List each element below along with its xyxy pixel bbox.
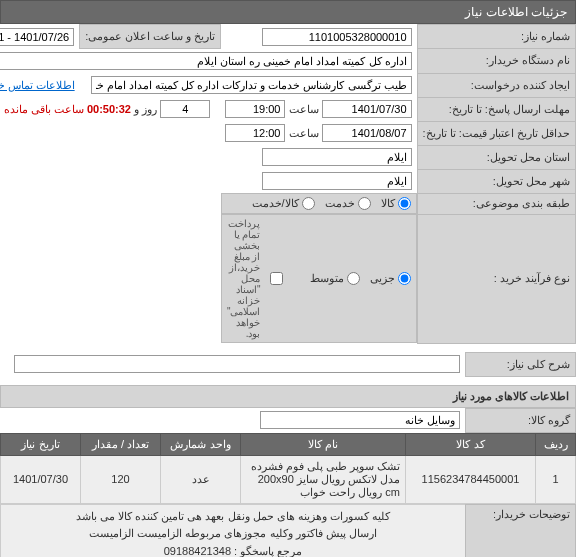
cat-both-label: کالا/خدمت [252, 197, 299, 210]
cat-service-radio[interactable] [358, 197, 371, 210]
details-form: شماره نیاز: تاریخ و ساعت اعلان عمومی: نا… [0, 24, 576, 344]
cat-both-radio[interactable] [302, 197, 315, 210]
payment-note: پرداخت تمام یا بخشی از مبلغ خرید،از محل … [227, 218, 261, 339]
col-code: کد کالا [406, 433, 536, 455]
page-title: جزئیات اطلاعات نیاز [465, 5, 567, 19]
proc-medium-label: متوسط [310, 272, 344, 285]
requester-label: ایجاد کننده درخواست: [417, 73, 575, 97]
contact-link[interactable]: اطلاعات تماس خریدار [0, 79, 75, 91]
city-input[interactable] [262, 172, 412, 190]
days-label: روز و [134, 103, 157, 115]
countdown-timer: 00:50:32 [87, 103, 131, 115]
cat-goods-radio[interactable] [398, 197, 411, 210]
proc-medium-radio[interactable] [347, 272, 360, 285]
cell-date: 1401/07/30 [1, 455, 81, 503]
col-name: نام کالا [241, 433, 406, 455]
deadline-label: مهلت ارسال پاسخ: تا تاریخ: [417, 97, 575, 121]
cat-goods-label: کالا [381, 197, 395, 210]
announce-label: تاریخ و ساعت اعلان عمومی: [80, 25, 221, 49]
cat-service-label: خدمت [325, 197, 355, 210]
announce-input[interactable] [0, 28, 74, 46]
goods-table: ردیف کد کالا نام کالا واحد شمارش تعداد /… [0, 433, 576, 504]
validity-date-input[interactable] [322, 124, 412, 142]
requester-input[interactable] [91, 76, 411, 94]
location-input[interactable] [262, 148, 412, 166]
col-date: تاریخ نیاز [1, 433, 81, 455]
table-row: 1 1156234784450001 تشک سوپر طبی پلی فوم … [1, 455, 576, 503]
group-label: گروه کالا: [466, 408, 576, 432]
payment-checkbox[interactable] [270, 272, 283, 285]
cell-name: تشک سوپر طبی پلی فوم فشرده مدل لاتکس روی… [241, 455, 406, 503]
need-number-label: شماره نیاز: [417, 25, 575, 49]
countdown-label: ساعت باقی مانده [4, 103, 84, 115]
need-number-input[interactable] [262, 28, 412, 46]
location-label: استان محل تحویل: [417, 145, 575, 169]
page-header: جزئیات اطلاعات نیاز [0, 0, 576, 24]
time-label-1: ساعت [289, 103, 319, 115]
cell-code: 1156234784450001 [406, 455, 536, 503]
city-label: شهر محل تحویل: [417, 169, 575, 193]
cell-qty: 120 [81, 455, 161, 503]
buyer-notes-label: توضیحات خریدار: [466, 504, 576, 557]
buyer-label: نام دستگاه خریدار: [417, 49, 575, 74]
col-row: ردیف [536, 433, 576, 455]
deadline-time-input[interactable] [225, 100, 285, 118]
validity-label: حداقل تاریخ اعتبار قیمت: تا تاریخ: [417, 121, 575, 145]
deadline-date-input[interactable] [322, 100, 412, 118]
col-unit: واحد شمارش [161, 433, 241, 455]
process-label: نوع فرآیند خرید : [417, 214, 575, 343]
proc-small-label: جزیی [370, 272, 395, 285]
buyer-notes-text: کلیه کسورات وهزینه های حمل ونقل بعهد هی … [1, 504, 466, 557]
proc-small-radio[interactable] [398, 272, 411, 285]
validity-time-input[interactable] [225, 124, 285, 142]
time-label-2: ساعت [289, 127, 319, 139]
goods-section-title: اطلاعات کالاهای مورد نیاز [0, 385, 576, 408]
need-desc-input[interactable] [14, 355, 460, 373]
cell-unit: عدد [161, 455, 241, 503]
group-input[interactable] [260, 411, 460, 429]
need-desc-label: شرح کلی نیاز: [466, 352, 576, 376]
cell-idx: 1 [536, 455, 576, 503]
buyer-input[interactable] [0, 52, 412, 70]
days-count-input [160, 100, 210, 118]
col-qty: تعداد / مقدار [81, 433, 161, 455]
category-label: طبقه بندی موضوعی: [417, 193, 575, 214]
